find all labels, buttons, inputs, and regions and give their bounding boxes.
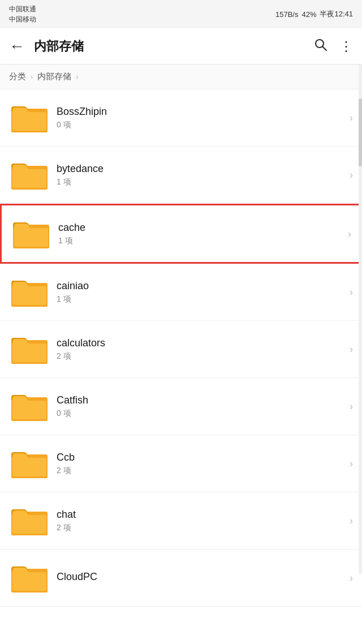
scroll-track <box>359 65 362 574</box>
folder-info: Catfish 0 项 <box>57 394 345 419</box>
svg-rect-9 <box>12 169 46 188</box>
carrier1-label: 中国联通 <box>9 5 36 14</box>
folder-name: cache <box>58 222 343 234</box>
carrier2-label: 中国移动 <box>9 15 36 24</box>
folder-count: 2 项 <box>57 523 345 533</box>
folder-name: calculators <box>57 337 345 349</box>
folder-count: 2 项 <box>57 466 345 476</box>
folder-count: 0 项 <box>57 120 345 130</box>
folder-info: chat 2 项 <box>57 509 345 533</box>
chevron-right-icon: › <box>350 344 353 355</box>
folder-count: 0 项 <box>57 409 345 419</box>
svg-rect-33 <box>12 515 46 534</box>
folder-icon <box>9 500 50 541</box>
chevron-right-icon: › <box>348 228 351 240</box>
breadcrumb-separator: › <box>31 72 33 81</box>
search-icon[interactable] <box>313 37 328 55</box>
folder-item[interactable]: BossZhipin 0 项 › <box>0 89 362 147</box>
status-right: 157B/s 42% 半夜12:41 <box>275 9 353 19</box>
folder-icon <box>9 154 50 195</box>
folder-icon <box>9 97 50 138</box>
chevron-right-icon: › <box>350 515 353 527</box>
svg-rect-5 <box>12 112 46 131</box>
folder-name: CloudPC <box>57 571 345 583</box>
folder-info: BossZhipin 0 项 <box>57 106 345 130</box>
folder-icon <box>9 386 50 427</box>
folder-count: 1 项 <box>58 236 343 246</box>
folder-item[interactable]: chat 2 项 › <box>0 492 362 549</box>
svg-rect-29 <box>12 458 46 476</box>
folder-item[interactable]: cache 1 项 › <box>0 204 362 264</box>
scroll-thumb[interactable] <box>359 98 362 166</box>
folder-name: Catfish <box>57 394 345 406</box>
folder-info: Ccb 2 项 <box>57 452 345 476</box>
folder-info: bytedance 1 项 <box>57 163 345 187</box>
folder-info: cache 1 项 <box>58 222 343 246</box>
folder-info: CloudPC <box>57 571 345 585</box>
app-bar: ← 内部存储 ⋮ <box>0 28 362 65</box>
breadcrumb-separator2: › <box>76 72 78 81</box>
chevron-right-icon: › <box>350 286 353 298</box>
folder-count: 1 项 <box>57 294 345 304</box>
svg-rect-25 <box>12 401 46 419</box>
folder-icon <box>11 213 51 254</box>
folder-icon <box>9 557 50 598</box>
folder-info: calculators 2 项 <box>57 337 345 362</box>
folder-icon <box>9 443 50 484</box>
folder-item[interactable]: cainiao 1 项 › <box>0 264 362 321</box>
folder-count: 2 项 <box>57 351 345 362</box>
folder-name: bytedance <box>57 163 345 175</box>
svg-rect-17 <box>12 286 46 305</box>
svg-rect-21 <box>12 344 46 362</box>
chevron-right-icon: › <box>350 401 353 413</box>
back-button[interactable]: ← <box>9 37 25 55</box>
carrier-info: 中国联通 中国移动 <box>9 5 36 24</box>
time-label: 半夜12:41 <box>320 9 353 19</box>
folder-name: cainiao <box>57 280 345 292</box>
folder-name: BossZhipin <box>57 106 345 118</box>
signal-label: 157B/s <box>275 10 298 19</box>
folder-item[interactable]: bytedance 1 项 › <box>0 147 362 204</box>
folder-list: BossZhipin 0 项 › bytedance 1 项 › <box>0 89 362 607</box>
more-options-icon[interactable]: ⋮ <box>339 38 353 54</box>
chevron-right-icon: › <box>350 112 353 124</box>
chevron-right-icon: › <box>350 572 353 584</box>
status-bar: 中国联通 中国移动 157B/s 42% 半夜12:41 <box>0 0 362 28</box>
folder-item[interactable]: Catfish 0 项 › <box>0 378 362 435</box>
app-bar-actions: ⋮ <box>313 37 353 55</box>
folder-item[interactable]: calculators 2 项 › <box>0 321 362 378</box>
breadcrumb-item-internal[interactable]: 内部存储 <box>37 71 71 82</box>
folder-icon <box>9 272 50 312</box>
chevron-right-icon: › <box>350 169 353 181</box>
folder-item[interactable]: CloudPC › <box>0 549 362 607</box>
breadcrumb: 分类 › 内部存储 › <box>0 65 362 89</box>
folder-item[interactable]: Ccb 2 项 › <box>0 435 362 492</box>
folder-info: cainiao 1 项 <box>57 280 345 304</box>
folder-name: chat <box>57 509 345 521</box>
folder-name: Ccb <box>57 452 345 463</box>
battery-label: 42% <box>301 10 316 19</box>
folder-icon <box>9 329 50 370</box>
folder-count: 1 项 <box>57 177 345 187</box>
page-title: 内部存储 <box>34 38 313 55</box>
svg-rect-37 <box>12 572 46 591</box>
breadcrumb-item-category[interactable]: 分类 <box>9 71 26 82</box>
svg-line-1 <box>323 46 327 50</box>
svg-rect-13 <box>14 228 48 247</box>
chevron-right-icon: › <box>350 458 353 470</box>
